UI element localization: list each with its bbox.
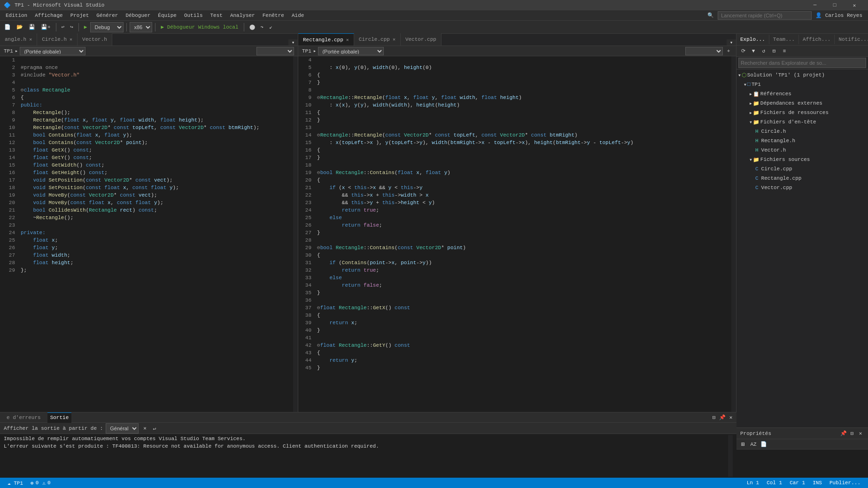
se-references[interactable]: ▶ 📋 Références: [736, 89, 868, 99]
right-code-content[interactable]: : x(0), y(0), width(0), height(0) { } ⊖R…: [315, 56, 731, 473]
bottom-close-button[interactable]: ✕: [727, 414, 735, 421]
menu-outils[interactable]: Outils: [180, 10, 207, 21]
se-vector-cpp[interactable]: C Vector.cpp: [736, 183, 868, 192]
output-scrollbar-v[interactable]: [728, 435, 733, 477]
tab-rectangle-cpp[interactable]: Rectangle.cpp ✕: [298, 33, 354, 46]
tab-angle-h[interactable]: angle.h ✕: [0, 33, 37, 46]
se-vector-h[interactable]: H Vector.h: [736, 145, 868, 155]
menu-test[interactable]: Test: [207, 10, 226, 21]
save-button[interactable]: 💾: [26, 22, 38, 33]
close-angle-h[interactable]: ✕: [29, 37, 32, 42]
se-tab-team[interactable]: Team...: [769, 35, 799, 44]
status-publish[interactable]: Publier...: [826, 480, 864, 486]
ext-deps-icon: 📁: [753, 100, 760, 107]
open-button[interactable]: 📂: [14, 22, 25, 33]
se-circle-cpp[interactable]: C Circle.cpp: [736, 164, 868, 174]
left-scrollbar-v[interactable]: [293, 56, 298, 473]
tab-circle-cpp[interactable]: Circle.cpp ✕: [354, 33, 401, 46]
se-sync-button[interactable]: ⟳: [738, 46, 748, 56]
menu-fenetre[interactable]: Fenêtre: [259, 10, 288, 21]
menubar: Edition Affichage Projet Générer Débogue…: [0, 10, 868, 21]
properties-close-button[interactable]: ✕: [857, 430, 864, 437]
quick-launch-input[interactable]: [718, 11, 812, 20]
output-source-dropdown[interactable]: Général: [106, 423, 139, 434]
menu-generer[interactable]: Générer: [93, 10, 122, 21]
menu-analyser[interactable]: Analyser: [226, 10, 259, 21]
se-properties-button[interactable]: ≡: [780, 46, 789, 56]
se-search-input[interactable]: [738, 58, 866, 68]
platform-dropdown[interactable]: x86 x64: [130, 22, 152, 32]
debugger-start-button[interactable]: ▶ Débogueur Windows local: [158, 22, 240, 33]
right-scope-dropdown[interactable]: (Portée globale): [318, 47, 384, 55]
titlebar: 🔷 TP1 - Microsoft Visual Studio ─ □ ✕: [0, 0, 868, 10]
se-collapse-all-button[interactable]: ⊟: [769, 46, 779, 56]
se-tab-notif[interactable]: Notific...: [835, 35, 868, 44]
left-code-editor[interactable]: 12345 678910 1112131415 1617181920 21222…: [0, 56, 298, 473]
output-clear-button[interactable]: ✕: [141, 425, 148, 431]
se-resource-files[interactable]: ▶ 📁 Fichiers de ressources: [736, 108, 868, 117]
bottom-pin-button[interactable]: 📌: [719, 414, 726, 421]
status-errors[interactable]: ⊗0 ⚠0: [27, 480, 54, 486]
status-branch[interactable]: ☁ TP1: [4, 480, 27, 486]
right-symbol-dropdown[interactable]: [685, 47, 723, 55]
close-circle-h[interactable]: ✕: [70, 37, 72, 42]
new-file-button[interactable]: 📄: [2, 22, 13, 33]
se-external-deps[interactable]: ▶ 📁 Dépendances externes: [736, 99, 868, 108]
tab-circle-h[interactable]: Circle.h ✕: [37, 33, 78, 46]
tab-dropdown-right[interactable]: ▾: [727, 39, 736, 46]
breakpoint-button[interactable]: ⬤: [247, 22, 257, 33]
left-code-content[interactable]: #pragma once #include "Vector.h" ⊖class …: [19, 56, 293, 473]
tab-vector-cpp[interactable]: Vector.cpp: [401, 33, 442, 46]
se-circle-h[interactable]: H Circle.h: [736, 127, 868, 136]
start-debug-button[interactable]: ▶: [82, 22, 90, 33]
close-rectangle-cpp[interactable]: ✕: [346, 37, 349, 43]
props-pages-button[interactable]: 📄: [759, 440, 768, 449]
menu-aide[interactable]: Aide: [288, 10, 308, 21]
bottom-float-button[interactable]: ⊡: [710, 414, 718, 421]
se-solution[interactable]: ▼ ⬡ Solution 'TP1' (1 projet): [736, 70, 868, 80]
close-circle-cpp[interactable]: ✕: [393, 37, 395, 42]
step-over-button[interactable]: ↷: [258, 22, 266, 33]
tab-dropdown-left[interactable]: ▾: [288, 39, 298, 46]
properties-float-button[interactable]: ⊡: [848, 430, 856, 437]
props-categories-button[interactable]: ⊞: [738, 440, 748, 449]
se-tab-affich[interactable]: Affich...: [799, 35, 835, 44]
add-editor-button[interactable]: +: [725, 48, 732, 54]
properties-pin-button[interactable]: 📌: [840, 430, 847, 437]
step-into-button[interactable]: ↙: [267, 22, 275, 33]
minimize-button[interactable]: ─: [805, 0, 825, 10]
right-code-editor[interactable]: 45678 910111213 1415161718 1920212223 24…: [298, 56, 736, 473]
menu-affichage[interactable]: Affichage: [31, 10, 66, 21]
menu-equipe[interactable]: Équipe: [154, 10, 180, 21]
menu-projet[interactable]: Projet: [67, 10, 93, 21]
se-source-files[interactable]: ▼ 📁 Fichiers sources: [736, 155, 868, 164]
project-label: TP1: [752, 82, 761, 87]
menu-debogueur[interactable]: Déboguer: [122, 10, 154, 21]
solution-icon: ⬡: [742, 72, 746, 79]
sep3: [126, 23, 127, 31]
right-scrollbar-v[interactable]: [731, 56, 736, 473]
output-wrap-button[interactable]: ↵: [151, 425, 158, 431]
rectangle-h-icon: H: [755, 138, 759, 144]
se-tab-explorateur[interactable]: Explo...: [736, 35, 769, 44]
left-symbol-dropdown[interactable]: [256, 47, 294, 55]
left-scope-dropdown[interactable]: (Portée globale): [20, 47, 85, 55]
se-filter-button[interactable]: ▼: [749, 46, 758, 56]
redo-button[interactable]: ↪: [68, 22, 76, 33]
se-refresh-button[interactable]: ↺: [759, 46, 768, 56]
se-rectangle-cpp[interactable]: C Rectangle.cpp: [736, 174, 868, 183]
tab-output[interactable]: Sortie: [47, 412, 72, 423]
tab-vector-h[interactable]: Vector.h: [78, 33, 112, 46]
maximize-button[interactable]: □: [825, 0, 845, 10]
debug-config-dropdown[interactable]: Debug Release: [90, 22, 124, 32]
props-alpha-button[interactable]: AZ: [749, 440, 758, 449]
save-all-button[interactable]: 💾+: [39, 22, 53, 33]
se-project[interactable]: ▼ □ TP1: [736, 80, 868, 89]
close-button[interactable]: ✕: [845, 0, 864, 10]
se-header-files[interactable]: ▼ 📁 Fichiers d'en-tête: [736, 117, 868, 127]
se-rectangle-h[interactable]: H Rectangle.h: [736, 136, 868, 145]
undo-button[interactable]: ↩: [59, 22, 67, 33]
menu-edition[interactable]: Edition: [2, 10, 31, 21]
se-tree: ▼ ⬡ Solution 'TP1' (1 projet) ▼ □ TP1 ▶ …: [736, 69, 868, 427]
tab-errors[interactable]: e d'erreurs: [4, 415, 44, 420]
